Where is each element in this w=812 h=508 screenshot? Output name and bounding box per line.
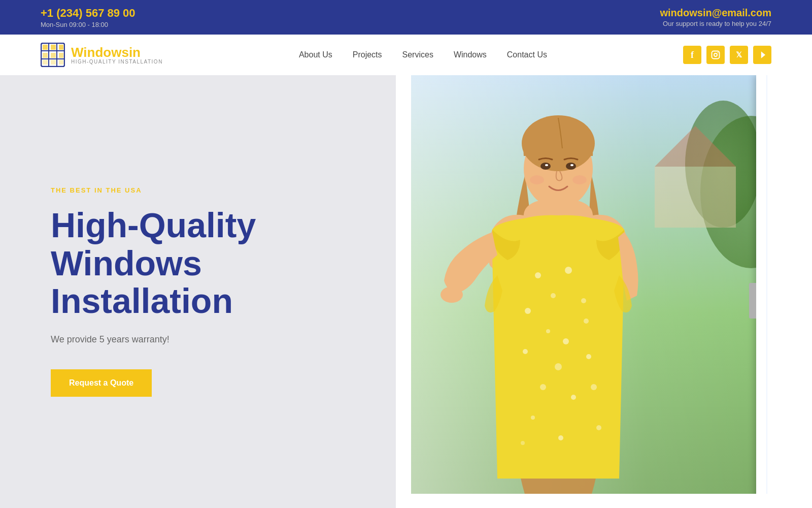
cta-button[interactable]: Request a Quote [51,369,152,397]
svg-point-33 [546,329,550,333]
svg-point-39 [540,384,546,390]
svg-point-35 [584,319,589,324]
svg-rect-8 [43,53,48,58]
nav-about[interactable]: About Us [299,50,332,59]
svg-rect-14 [712,51,720,59]
facebook-icon[interactable]: f [683,46,701,64]
svg-point-15 [714,53,717,56]
woman-figure [436,82,680,494]
svg-point-43 [558,435,563,440]
window-sill [396,494,812,508]
hero-image [396,75,812,508]
nav-projects[interactable]: Projects [353,50,382,59]
instagram-icon[interactable] [706,46,725,64]
brand-name-2: in [129,45,141,60]
main-nav: About Us Projects Services Windows Conta… [299,50,547,59]
email-address[interactable]: windowsin@email.com [660,7,771,19]
hero-section: THE BEST IN THE USA High-Quality Windows… [0,75,812,508]
twitter-icon[interactable]: 𝕏 [730,46,748,64]
youtube-icon[interactable] [753,46,771,64]
svg-marker-17 [761,51,765,58]
svg-point-38 [586,354,591,359]
svg-point-41 [531,416,535,420]
phone-number[interactable]: +1 (234) 567 89 00 [41,7,136,20]
logo-icon [41,43,65,67]
svg-point-26 [530,175,544,184]
svg-point-27 [572,175,587,184]
hero-title: High-Quality Windows Installation [51,206,355,320]
brand-tagline: HIGH-QUALITY INSTALLATION [71,59,163,65]
top-bar-right: windowsin@email.com Our support is ready… [660,7,771,27]
top-bar: +1 (234) 567 89 00 Mon-Sun 09:00 - 18:00… [0,0,812,35]
svg-point-29 [551,293,556,298]
svg-rect-13 [59,60,63,65]
svg-point-23 [566,163,576,170]
svg-point-36 [523,349,528,354]
window-left-edge [396,75,411,508]
svg-rect-6 [51,45,56,50]
svg-point-42 [591,384,597,390]
window-handle [749,283,756,319]
logo-text: Windowsin HIGH-QUALITY INSTALLATION [71,46,163,65]
svg-rect-10 [59,53,63,58]
hero-subtitle: We provide 5 years warranty! [51,334,355,345]
window-right-panel [756,75,812,508]
brand-name: Windowsin [71,46,163,59]
nav-windows[interactable]: Windows [454,50,487,59]
svg-point-37 [555,363,562,370]
nav-contact[interactable]: Contact Us [507,50,547,59]
hero-title-line1: High-Quality [51,206,256,244]
svg-point-24 [545,164,548,166]
svg-rect-9 [51,53,56,58]
hero-content: THE BEST IN THE USA High-Quality Windows… [0,75,406,508]
svg-point-28 [535,272,541,278]
svg-point-44 [521,441,525,445]
svg-point-46 [441,287,463,303]
nav-services[interactable]: Services [402,50,433,59]
svg-point-25 [570,164,573,166]
svg-point-22 [540,163,551,170]
svg-rect-12 [51,60,56,65]
social-icons: f 𝕏 [683,46,771,64]
support-text: Our support is ready to help you 24/7 [660,20,771,27]
hero-title-line2: Windows Installation [51,244,233,321]
svg-point-34 [563,338,569,344]
svg-rect-7 [59,45,63,50]
svg-point-31 [581,298,586,303]
svg-point-16 [718,52,719,53]
logo-link[interactable]: Windowsin HIGH-QUALITY INSTALLATION [41,43,163,67]
svg-point-45 [596,425,601,430]
svg-rect-11 [43,60,48,65]
svg-rect-5 [43,45,48,50]
svg-point-32 [525,308,531,314]
brand-name-1: Windows [71,45,129,60]
site-header: Windowsin HIGH-QUALITY INSTALLATION Abou… [0,35,812,75]
business-hours: Mon-Sun 09:00 - 18:00 [41,21,136,28]
svg-point-40 [571,395,576,400]
glass-line [766,75,767,508]
top-bar-left: +1 (234) 567 89 00 Mon-Sun 09:00 - 18:00 [41,7,136,28]
svg-point-30 [565,267,572,274]
hero-eyebrow: THE BEST IN THE USA [51,186,355,194]
